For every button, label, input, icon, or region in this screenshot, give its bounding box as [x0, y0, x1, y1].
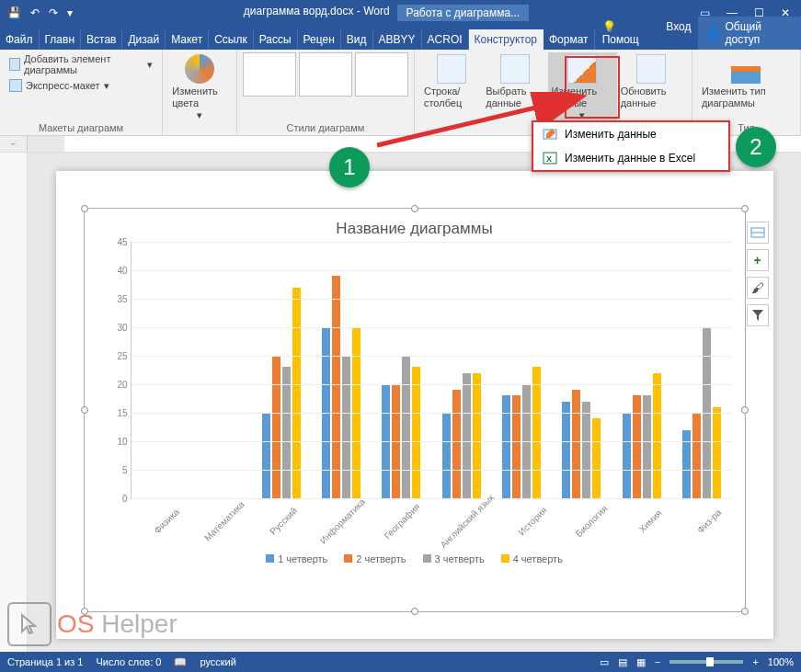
tab-references[interactable]: Ссылк — [209, 29, 254, 50]
legend-item[interactable]: 1 четверть — [266, 553, 327, 564]
legend-item[interactable]: 4 четверть — [501, 553, 563, 564]
legend-item[interactable]: 3 четверть — [423, 553, 485, 564]
category-group[interactable] — [132, 242, 191, 498]
x-axis-label: География — [378, 496, 427, 545]
category-group[interactable] — [251, 242, 311, 498]
chart-style-1[interactable] — [243, 52, 296, 97]
add-chart-element-button[interactable]: Добавить элемент диаграммы ▾ — [6, 52, 156, 76]
category-group[interactable] — [552, 242, 612, 498]
view-read-mode[interactable]: ▭ — [600, 656, 609, 668]
chart-styles-button[interactable]: 🖌 — [747, 277, 769, 299]
x-axis-label: Биология — [566, 496, 615, 545]
undo-icon[interactable]: ↶ — [30, 6, 40, 19]
bar[interactable] — [402, 356, 410, 498]
category-group[interactable] — [612, 242, 671, 498]
chart-layout-options-button[interactable] — [747, 222, 769, 244]
category-group[interactable] — [671, 242, 731, 498]
chart-style-2[interactable] — [299, 52, 352, 97]
bar[interactable] — [562, 402, 570, 498]
dropdown-edit-excel[interactable]: X Изменить данные в Excel — [533, 146, 728, 170]
category-group[interactable] — [491, 242, 551, 498]
tab-review[interactable]: Рецен — [298, 29, 341, 50]
x-axis-label: Русский — [259, 496, 308, 545]
bar[interactable] — [412, 367, 420, 498]
bar[interactable] — [633, 395, 641, 498]
category-group[interactable] — [191, 242, 251, 498]
bar[interactable] — [342, 356, 350, 498]
tab-mailings[interactable]: Рассы — [254, 29, 298, 50]
bar[interactable] — [512, 395, 521, 498]
status-page[interactable]: Страница 1 из 1 — [7, 656, 83, 667]
bar[interactable] — [262, 413, 270, 498]
chart-title[interactable]: Название диаграммы — [88, 212, 741, 242]
redo-icon[interactable]: ↷ — [49, 6, 58, 19]
change-colors-button[interactable]: Изменить цвета ▾ — [168, 52, 231, 124]
chart-styles-gallery[interactable] — [243, 52, 408, 97]
bar[interactable] — [643, 395, 651, 498]
view-web-layout[interactable]: ▦ — [636, 656, 646, 668]
chart-style-3[interactable] — [355, 52, 408, 97]
bar[interactable] — [572, 390, 580, 498]
status-wordcount[interactable]: Число слов: 0 — [96, 656, 161, 667]
tab-view[interactable]: Вид — [341, 29, 373, 50]
bar[interactable] — [473, 373, 481, 498]
view-print-layout[interactable]: ▤ — [618, 656, 627, 668]
quick-layout-button[interactable]: Экспресс-макет ▾ — [6, 78, 156, 93]
bar[interactable] — [623, 413, 631, 498]
bar[interactable] — [582, 402, 590, 498]
bar[interactable] — [463, 373, 471, 498]
layout-icon — [750, 227, 765, 238]
zoom-slider[interactable] — [669, 660, 743, 664]
vertical-ruler[interactable] — [0, 153, 28, 657]
select-data-button[interactable]: Выбрать данные — [482, 52, 547, 124]
category-group[interactable] — [431, 242, 491, 498]
chart-filters-button[interactable] — [747, 304, 769, 326]
chart-legend[interactable]: 1 четверть2 четверть3 четверть4 четверть — [88, 553, 741, 564]
bar[interactable] — [502, 395, 510, 498]
chart-object[interactable]: + 🖌 Название диаграммы 05101520253035404… — [84, 208, 746, 612]
tab-help[interactable]: 💡 Помощ — [595, 17, 659, 50]
category-group[interactable] — [372, 242, 431, 498]
tab-home[interactable]: Главн — [40, 29, 82, 50]
tab-format[interactable]: Формат — [544, 29, 595, 50]
bar[interactable] — [692, 413, 701, 498]
bar[interactable] — [272, 356, 280, 498]
save-icon[interactable]: 💾 — [7, 6, 21, 19]
share-button[interactable]: 👤 Общий доступ — [698, 17, 801, 50]
status-language[interactable]: русский — [200, 656, 235, 667]
x-axis-label: Физика — [142, 496, 190, 545]
tab-constructor[interactable]: Конструктор — [469, 29, 544, 50]
switch-row-col-button[interactable]: Строка/столбец — [420, 52, 482, 124]
edit-data-icon — [567, 54, 597, 84]
tab-insert[interactable]: Встав — [81, 29, 122, 50]
bar[interactable] — [282, 367, 291, 498]
chart-plot-area[interactable]: 051015202530354045 — [131, 242, 732, 499]
tab-design[interactable]: Дизай — [122, 29, 166, 50]
tab-acrobat[interactable]: ACROI — [422, 29, 469, 50]
zoom-level[interactable]: 100% — [768, 656, 794, 667]
bar[interactable] — [682, 430, 691, 498]
tab-abbyy[interactable]: ABBYY — [373, 29, 422, 50]
bar[interactable] — [532, 367, 541, 498]
ribbon-group-styles: Стили диаграмм — [243, 120, 408, 133]
bar[interactable] — [332, 276, 340, 498]
category-group[interactable] — [311, 242, 371, 498]
bar[interactable] — [653, 373, 661, 498]
bar[interactable] — [713, 407, 721, 498]
status-proofing-icon[interactable]: 📖 — [174, 656, 187, 668]
bar[interactable] — [442, 413, 451, 498]
legend-item[interactable]: 2 четверть — [344, 553, 406, 564]
bar[interactable] — [452, 390, 461, 498]
bar[interactable] — [592, 418, 601, 498]
zoom-out[interactable]: − — [655, 656, 660, 667]
edit-data-button[interactable]: Изменить данные ▾ — [548, 52, 617, 124]
login-button[interactable]: Вход — [658, 17, 698, 50]
refresh-data-button[interactable]: Обновить данные — [617, 52, 686, 124]
bar[interactable] — [292, 288, 301, 498]
tab-layout[interactable]: Макет — [166, 29, 209, 50]
change-chart-type-button[interactable]: Изменить тип диаграммы — [698, 52, 795, 111]
zoom-in[interactable]: + — [752, 656, 758, 667]
chart-elements-button[interactable]: + — [747, 249, 769, 271]
dropdown-edit-data[interactable]: Изменить данные — [533, 122, 728, 146]
tab-file[interactable]: Файл — [0, 29, 40, 50]
